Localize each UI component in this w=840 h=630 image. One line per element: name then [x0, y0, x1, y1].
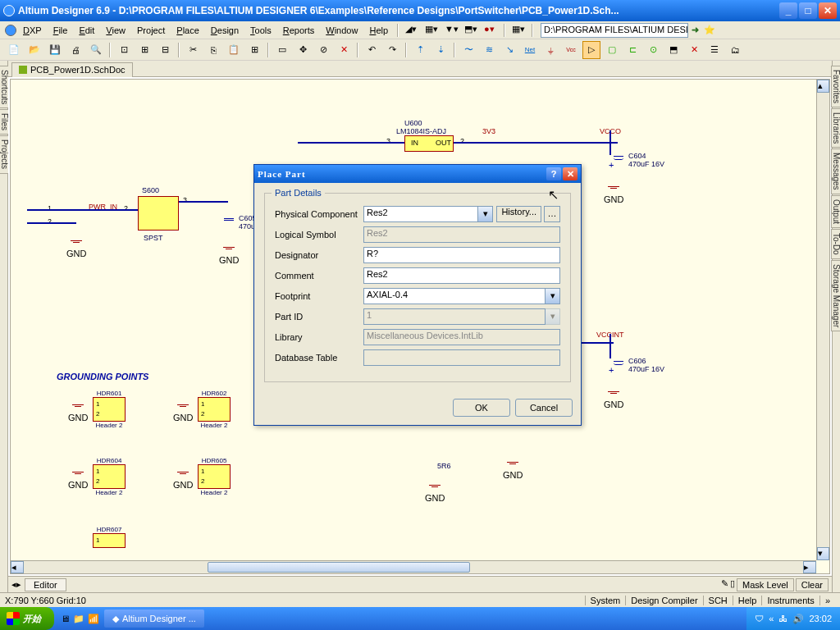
close-button[interactable]: ✕	[819, 2, 837, 19]
ql-icon-3[interactable]: 📶	[88, 614, 99, 624]
zoom-area-icon[interactable]: ⊞	[135, 41, 153, 59]
copy-icon[interactable]: ⎘	[204, 41, 222, 59]
print-icon[interactable]: 🖨	[66, 41, 84, 59]
tray-chevron-icon[interactable]: «	[769, 614, 774, 623]
wire-icon[interactable]: 〜	[459, 41, 477, 59]
cancel-button[interactable]: Cancel	[515, 399, 573, 417]
device-icon[interactable]: ⊙	[644, 41, 662, 59]
status-sch[interactable]: SCH	[703, 596, 733, 605]
save-icon[interactable]: 💾	[46, 41, 64, 59]
menu-tools[interactable]: Tools	[245, 24, 276, 37]
ok-button[interactable]: OK	[453, 399, 510, 417]
new-icon[interactable]: 📄	[5, 41, 23, 59]
explorer-icon[interactable]: 🗂	[726, 41, 744, 59]
browse-icon[interactable]: ☰	[705, 41, 724, 59]
menu-place[interactable]: Place	[171, 24, 204, 37]
side-tab-favorites[interactable]: Favorites	[831, 66, 840, 107]
menu-reports[interactable]: Reports	[278, 24, 320, 37]
dropdown-icon-3[interactable]: ▼▾	[445, 24, 458, 37]
dialog-title-bar[interactable]: Place Part ? ✕	[254, 165, 581, 183]
go-icon[interactable]: ➜	[692, 25, 699, 35]
netlabel-icon[interactable]: Net	[521, 41, 539, 59]
preview-icon[interactable]: 🔍	[87, 41, 105, 59]
hierarchy-down-icon[interactable]: ⇣	[431, 41, 450, 59]
dialog-close-button[interactable]: ✕	[563, 167, 578, 180]
tray-shield-icon[interactable]: 🛡	[755, 614, 764, 623]
dropdown-icon-4[interactable]: ⬒▾	[464, 24, 477, 37]
path-box[interactable]: D:\PROGRAM FILES\ALTIUM DESIGNI	[541, 23, 688, 38]
task-altium[interactable]: ◆ Altium Designer ...	[104, 609, 204, 628]
dialog-help-button[interactable]: ?	[546, 167, 561, 180]
clear-button[interactable]: Clear	[796, 578, 829, 591]
dxp-icon[interactable]	[5, 25, 16, 36]
deselect-icon[interactable]: ⊘	[314, 41, 332, 59]
document-tab[interactable]: PCB_Power1D.SchDoc	[11, 62, 133, 77]
side-tab-output[interactable]: Output	[831, 195, 840, 228]
hscrollbar[interactable]: ◂ ▸	[11, 560, 816, 573]
browse-button[interactable]: …	[544, 206, 560, 222]
sheet-icon[interactable]: ▢	[603, 41, 621, 59]
side-tab-todo[interactable]: To-Do	[831, 229, 840, 259]
tray-vol-icon[interactable]: 🔊	[792, 614, 804, 624]
menu-help[interactable]: Help	[364, 24, 393, 37]
input-physical[interactable]: Res2	[363, 206, 478, 222]
bus-entry-icon[interactable]: ↘	[500, 41, 518, 59]
cut-icon[interactable]: ✂	[184, 41, 202, 59]
menu-project[interactable]: Project	[132, 24, 170, 37]
redo-icon[interactable]: ↷	[383, 41, 401, 59]
dropdown-footprint-icon[interactable]: ▾	[546, 288, 560, 304]
side-tab-libraries[interactable]: Libraries	[831, 108, 840, 148]
menu-dxp[interactable]: DXP	[18, 24, 47, 37]
menu-file[interactable]: File	[48, 24, 73, 37]
menu-view[interactable]: View	[101, 24, 130, 37]
move-icon[interactable]: ✥	[294, 41, 312, 59]
maximize-button[interactable]: □	[799, 2, 817, 19]
port-icon[interactable]: ⬒	[664, 41, 682, 59]
gnd-icon[interactable]: ⏚	[541, 41, 559, 59]
dropdown-icon-5[interactable]: ●▾	[484, 24, 497, 37]
select-icon[interactable]: ▭	[273, 41, 291, 59]
delete-icon[interactable]: ✕	[335, 41, 353, 59]
start-button[interactable]: 开始	[0, 607, 54, 630]
zoom-select-icon[interactable]: ⊟	[156, 41, 174, 59]
noerc-icon[interactable]: ✕	[685, 41, 703, 59]
sheet-entry-icon[interactable]: ⊏	[623, 41, 641, 59]
dropdown-physical-icon[interactable]: ▾	[478, 206, 493, 222]
status-help[interactable]: Help	[733, 596, 762, 605]
input-designator[interactable]: R?	[363, 247, 560, 263]
tray-net-icon[interactable]: 🖧	[778, 614, 788, 623]
bus-icon[interactable]: ≋	[480, 41, 498, 59]
side-tab-messages[interactable]: Messages	[831, 148, 840, 194]
ql-icon-2[interactable]: 📁	[73, 614, 84, 624]
input-comment[interactable]: Res2	[363, 267, 560, 284]
status-instruments[interactable]: Instruments	[761, 596, 819, 605]
paste-icon[interactable]: 📋	[225, 41, 243, 59]
open-icon[interactable]: 📂	[25, 41, 43, 59]
split-icon[interactable]: ▯	[730, 578, 735, 591]
status-system[interactable]: System	[585, 596, 626, 605]
ql-icon[interactable]: 🖥	[61, 614, 70, 623]
zoom-fit-icon[interactable]: ⊡	[115, 41, 133, 59]
menu-design[interactable]: Design	[206, 24, 244, 37]
system-tray[interactable]: 🛡 « 🖧 🔊 23:02	[746, 607, 840, 630]
vcc-icon[interactable]: Vcc	[562, 41, 580, 59]
part-icon[interactable]: ▷	[582, 41, 600, 59]
minimize-button[interactable]: _	[779, 2, 797, 19]
vscrollbar[interactable]: ▴ ▾	[816, 80, 829, 560]
dropdown-icon-2[interactable]: ▦▾	[425, 24, 438, 37]
side-tab-storage[interactable]: Storage Manager	[831, 260, 840, 331]
menu-window[interactable]: Window	[321, 24, 363, 37]
status-pin-icon[interactable]: »	[819, 596, 835, 605]
favorite-icon[interactable]: ⭐	[704, 25, 715, 35]
history-button[interactable]: History...	[496, 206, 541, 222]
undo-icon[interactable]: ↶	[363, 41, 381, 59]
menu-edit[interactable]: Edit	[74, 24, 99, 37]
input-footprint[interactable]: AXIAL-0.4	[363, 288, 546, 304]
editor-tab[interactable]: Editor	[25, 578, 66, 591]
mask-level-button[interactable]: Mask Level	[737, 578, 794, 591]
grid-icon[interactable]: ▦▾	[512, 24, 525, 37]
pencil-icon[interactable]: ✎	[721, 578, 728, 591]
paste-array-icon[interactable]: ⊞	[245, 41, 263, 59]
dropdown-icon[interactable]: ◢▾	[405, 24, 418, 37]
hierarchy-up-icon[interactable]: ⇡	[411, 41, 429, 59]
